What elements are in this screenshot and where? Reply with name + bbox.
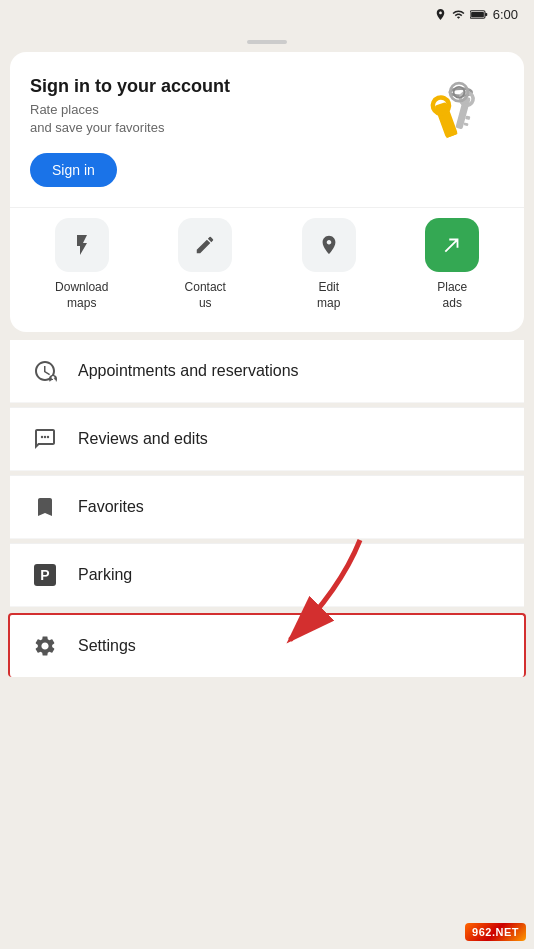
contact-us-label: Contactus (185, 280, 226, 311)
action-contact-us[interactable]: Contactus (170, 218, 240, 311)
menu-item-appointments[interactable]: Appointments and reservations (10, 340, 524, 403)
appointments-label: Appointments and reservations (78, 362, 299, 380)
appointments-icon (30, 356, 60, 386)
bookmark-icon (33, 495, 57, 519)
settings-icon (30, 631, 60, 661)
signin-subtitle: Rate places and save your favorites (30, 101, 404, 137)
favorites-icon (30, 492, 60, 522)
svg-rect-2 (485, 13, 487, 16)
lightning-icon (70, 233, 94, 257)
edit-map-label: Editmap (317, 280, 340, 311)
download-maps-label: Downloadmaps (55, 280, 108, 311)
menu-section: Appointments and reservations Reviews an… (0, 340, 534, 677)
svg-point-16 (47, 435, 49, 437)
signin-button[interactable]: Sign in (30, 153, 117, 187)
edit-map-icon-circle (302, 218, 356, 272)
svg-point-15 (44, 435, 46, 437)
favorites-label: Favorites (78, 498, 144, 516)
menu-item-settings[interactable]: Settings (8, 613, 526, 677)
place-ads-label: Placeads (437, 280, 467, 311)
svg-rect-4 (434, 102, 458, 138)
quick-actions: Downloadmaps Contactus Editmap (10, 207, 524, 331)
edit-pencil-icon (194, 234, 216, 256)
signin-section: Sign in to your account Rate places and … (10, 52, 524, 207)
map-pin-icon (318, 234, 340, 256)
svg-rect-10 (464, 122, 469, 126)
signin-text: Sign in to your account Rate places and … (30, 76, 404, 187)
parking-icon: P (30, 560, 60, 590)
action-edit-map[interactable]: Editmap (294, 218, 364, 311)
battery-icon (470, 9, 488, 20)
settings-label: Settings (78, 637, 136, 655)
action-place-ads[interactable]: Placeads (417, 218, 487, 311)
status-bar: 6:00 (0, 0, 534, 28)
signin-title: Sign in to your account (30, 76, 404, 97)
main-card: Sign in to your account Rate places and … (10, 52, 524, 332)
status-icons: 6:00 (434, 7, 518, 22)
pull-indicator (247, 40, 287, 44)
reviews-label: Reviews and edits (78, 430, 208, 448)
action-download-maps[interactable]: Downloadmaps (47, 218, 117, 311)
download-maps-icon-circle (55, 218, 109, 272)
parking-label: Parking (78, 566, 132, 584)
status-time: 6:00 (493, 7, 518, 22)
svg-point-14 (41, 435, 43, 437)
menu-item-parking[interactable]: P Parking (10, 543, 524, 607)
watermark: 962.NET (465, 923, 526, 941)
reviews-icon (30, 424, 60, 454)
gear-icon (33, 634, 57, 658)
svg-rect-9 (465, 115, 470, 120)
keys-illustration (414, 76, 504, 166)
location-icon (434, 8, 447, 21)
place-ads-icon-circle (425, 218, 479, 272)
clock-person-icon (33, 359, 57, 383)
svg-rect-1 (471, 11, 484, 16)
menu-item-favorites[interactable]: Favorites (10, 475, 524, 539)
speech-bubble-icon (33, 427, 57, 451)
contact-us-icon-circle (178, 218, 232, 272)
wifi-icon (452, 8, 465, 21)
arrow-upright-icon (441, 234, 463, 256)
menu-item-reviews[interactable]: Reviews and edits (10, 407, 524, 471)
